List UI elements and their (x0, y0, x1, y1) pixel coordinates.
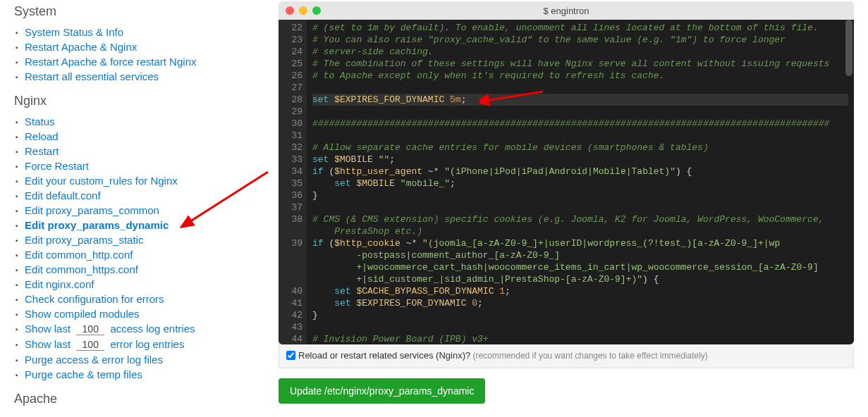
menu-item-edit-common-https-conf[interactable]: Edit common_https.conf (25, 263, 138, 275)
menu-item-restart-apache-nginx[interactable]: Restart Apache & Nginx (25, 41, 137, 53)
scrollbar-thumb[interactable] (845, 20, 852, 76)
menu-item-nginx-reload[interactable]: Reload (25, 130, 59, 142)
line-number-gutter: 2223242526272829303132333435363738394041… (279, 20, 307, 344)
menu-item-edit-custom-rules[interactable]: Edit your custom_rules for Nginx (25, 175, 178, 187)
menu-item-nginx-restart[interactable]: Restart (25, 145, 59, 157)
update-button[interactable]: Update /etc/nginx/proxy_params_dynamic (279, 378, 485, 404)
editor-footer: Reload or restart related services (Ngin… (279, 344, 854, 368)
section-title-nginx: Nginx (14, 94, 264, 108)
reload-checkbox[interactable] (286, 351, 295, 360)
code-editor[interactable]: 2223242526272829303132333435363738394041… (279, 20, 854, 344)
maximize-icon[interactable] (312, 6, 321, 15)
error-log-count-input[interactable] (76, 339, 104, 351)
code-content[interactable]: # (set to 1m by default). To enable, unc… (279, 20, 854, 344)
access-log-count-input[interactable] (76, 323, 104, 335)
scrollbar-vertical[interactable] (845, 20, 852, 344)
sidebar: System System Status & Info Restart Apac… (0, 0, 279, 417)
menu-item-purge-log-files[interactable]: Purge access & error log files (25, 354, 163, 366)
menu-item-edit-proxy-params-common[interactable]: Edit proxy_params_common (25, 204, 159, 216)
main-panel: $ engintron 2223242526272829303132333435… (279, 0, 868, 417)
section-title-apache: Apache (14, 392, 264, 406)
menu-item-show-compiled-modules[interactable]: Show compiled modules (25, 308, 140, 320)
menu-item-edit-proxy-params-static[interactable]: Edit proxy_params_static (25, 234, 143, 246)
editor-titlebar: $ engintron (279, 1, 854, 20)
minimize-icon[interactable] (299, 6, 307, 15)
close-icon[interactable] (286, 6, 294, 15)
menu-item-edit-nginx-conf[interactable]: Edit nginx.conf (25, 278, 94, 290)
menu-item-show-error-log[interactable]: Show last error log entries (25, 338, 184, 351)
menu-item-purge-cache-temp[interactable]: Purge cache & temp files (25, 368, 142, 380)
menu-nginx: Status Reload Restart Force Restart Edit… (14, 114, 264, 382)
menu-item-nginx-force-restart[interactable]: Force Restart (25, 160, 89, 172)
editor-window: $ engintron 2223242526272829303132333435… (279, 1, 854, 344)
editor-title: $ engintron (543, 6, 589, 16)
reload-checkbox-label[interactable]: Reload or restart related services (Ngin… (286, 350, 708, 361)
menu-item-show-access-log[interactable]: Show last access log entries (25, 323, 195, 335)
menu-item-system-status[interactable]: System Status & Info (25, 26, 123, 38)
traffic-lights (286, 6, 321, 15)
menu-item-restart-essential-services[interactable]: Restart all essential services (25, 70, 159, 82)
menu-item-edit-proxy-params-dynamic[interactable]: Edit proxy_params_dynamic (25, 219, 169, 231)
menu-item-edit-default-conf[interactable]: Edit default.conf (25, 189, 101, 201)
menu-item-edit-common-http-conf[interactable]: Edit common_http.conf (25, 249, 133, 261)
menu-item-nginx-status[interactable]: Status (25, 116, 55, 127)
menu-item-restart-apache-force-nginx[interactable]: Restart Apache & force restart Nginx (25, 56, 196, 68)
section-title-system: System (14, 4, 264, 19)
menu-item-check-config-errors[interactable]: Check configuration for errors (25, 293, 164, 305)
menu-system: System Status & Info Restart Apache & Ng… (14, 25, 264, 84)
